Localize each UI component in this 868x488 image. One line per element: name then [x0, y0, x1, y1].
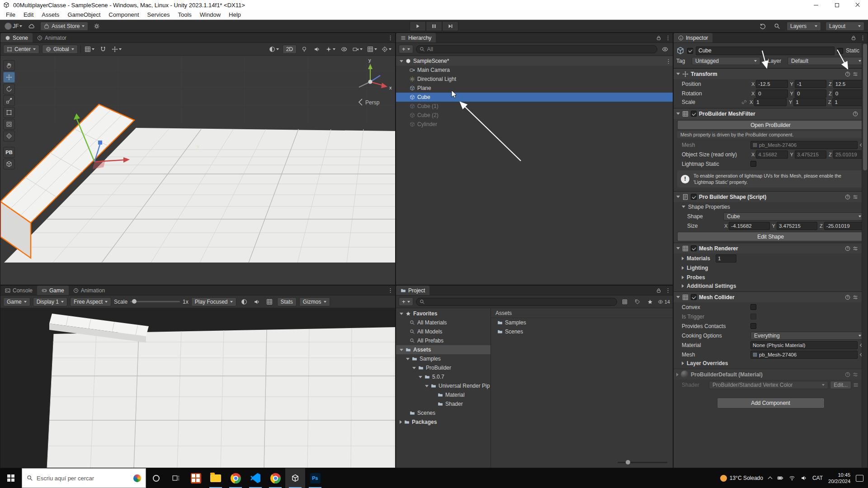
- grid-snapping-dropdown[interactable]: [84, 45, 95, 54]
- provides-contacts-checkbox[interactable]: [750, 323, 756, 329]
- foldout-open-icon[interactable]: [676, 73, 680, 75]
- cortana-button[interactable]: [146, 468, 166, 488]
- search-by-label-icon[interactable]: [632, 297, 642, 306]
- tag-dropdown[interactable]: Untagged: [692, 57, 760, 65]
- tree-material[interactable]: Material: [396, 390, 491, 399]
- mesh-collider-header[interactable]: Mesh Collider: [674, 291, 868, 302]
- grid-visibility-dropdown[interactable]: [366, 45, 378, 54]
- stats-toggle[interactable]: Stats: [277, 297, 297, 306]
- tab-scene[interactable]: Scene: [0, 33, 33, 42]
- tab-inspector[interactable]: Inspector: [674, 33, 712, 42]
- help-icon[interactable]: [845, 295, 850, 300]
- shader-dropdown[interactable]: ProBuilder/Standard Vertex Color: [709, 381, 828, 389]
- chrome-button[interactable]: [226, 468, 245, 488]
- menu-help[interactable]: Help: [225, 10, 245, 20]
- foldout-open-icon[interactable]: [400, 60, 403, 62]
- tree-packages[interactable]: Packages: [396, 418, 491, 427]
- favorite-all-materials[interactable]: All Materials: [396, 318, 491, 327]
- scene-visibility-toggle[interactable]: [339, 45, 349, 54]
- vscode-button[interactable]: [245, 468, 265, 488]
- project-search[interactable]: [416, 298, 617, 306]
- probuilder-button[interactable]: PB: [3, 147, 15, 158]
- tab-animator[interactable]: Animator: [33, 33, 71, 42]
- mesh-object-field[interactable]: pb_Mesh-27406: [750, 141, 858, 149]
- shape-dropdown[interactable]: Cube: [723, 212, 865, 221]
- close-button[interactable]: [847, 0, 868, 10]
- rotate-tool-button[interactable]: [3, 84, 15, 94]
- tree-probuilder[interactable]: ProBuilder: [396, 363, 491, 372]
- preset-icon[interactable]: [853, 71, 858, 77]
- draw-mode-dropdown[interactable]: [268, 45, 280, 54]
- taskbar-search-input[interactable]: [37, 475, 130, 482]
- rect-tool-button[interactable]: [3, 107, 15, 118]
- list-icon[interactable]: [853, 382, 859, 388]
- hidden-packages-count[interactable]: 14: [658, 299, 670, 305]
- materials-count-field[interactable]: 1: [716, 254, 736, 263]
- game-viewport[interactable]: [0, 308, 395, 468]
- unity-taskbar-button[interactable]: [285, 468, 305, 488]
- camera-settings-dropdown[interactable]: [352, 45, 363, 54]
- scene-viewport[interactable]: y x Persp PB: [0, 56, 395, 285]
- search-highlights-icon[interactable]: [133, 474, 141, 482]
- project-search-input[interactable]: [427, 299, 613, 305]
- scene-audio-toggle[interactable]: [312, 45, 322, 54]
- tool-handle-position-dropdown[interactable]: Center: [3, 45, 39, 54]
- menu-gameobject[interactable]: GameObject: [63, 10, 104, 20]
- custom-tool-button[interactable]: [3, 131, 15, 141]
- tree-version[interactable]: 5.0.7: [396, 372, 491, 381]
- scale-x-field[interactable]: 1: [754, 98, 787, 106]
- 2d-toggle[interactable]: 2D: [283, 45, 297, 54]
- display-dropdown[interactable]: Display 1: [33, 297, 67, 306]
- menu-assets[interactable]: Assets: [38, 10, 63, 20]
- frame-capture-icon[interactable]: [239, 297, 249, 306]
- menu-window[interactable]: Window: [196, 10, 225, 20]
- tab-animation[interactable]: Animation: [69, 286, 109, 295]
- battery-icon[interactable]: [777, 475, 783, 481]
- gameobject-name-field[interactable]: [696, 47, 835, 55]
- open-probuilder-button[interactable]: Open ProBuilder: [677, 120, 864, 130]
- taskbar-search[interactable]: [22, 468, 146, 488]
- inspector-menu-kebab-icon[interactable]: [860, 34, 864, 41]
- tree-shader[interactable]: Shader: [396, 399, 491, 408]
- game-view-dropdown[interactable]: Game: [3, 297, 30, 306]
- move-tool-button[interactable]: [3, 72, 15, 83]
- snap-increment-dropdown[interactable]: [111, 45, 123, 54]
- hierarchy-item-directional-light[interactable]: Directional Light: [396, 75, 673, 84]
- preset-icon[interactable]: [853, 246, 858, 251]
- probuilder-shape-header[interactable]: Pro Builder Shape (Script): [674, 191, 868, 202]
- rotation-z-field[interactable]: 0: [833, 89, 865, 98]
- shape-size-z-field[interactable]: -25.01019: [824, 222, 865, 230]
- layers-dropdown[interactable]: Layers: [787, 22, 821, 31]
- help-icon[interactable]: [845, 246, 850, 251]
- position-x-field[interactable]: -12.5: [756, 80, 788, 88]
- network-icon[interactable]: [789, 475, 795, 481]
- start-button[interactable]: [0, 468, 22, 488]
- view-tool-button[interactable]: [3, 60, 15, 71]
- component-enabled-checkbox[interactable]: [691, 294, 697, 300]
- favorite-all-models[interactable]: All Models: [396, 327, 491, 336]
- tab-game[interactable]: Game: [37, 286, 69, 295]
- undo-history-button[interactable]: [758, 22, 768, 31]
- layer-overrides-foldout[interactable]: Layer Overrides: [674, 359, 868, 369]
- snap-toggle[interactable]: [98, 45, 108, 54]
- inspector-scrollbar-thumb[interactable]: [863, 44, 867, 170]
- scene-visibility-icon[interactable]: [660, 45, 670, 54]
- hierarchy-menu-kebab-icon[interactable]: [665, 34, 670, 41]
- scale-tool-button[interactable]: [3, 95, 15, 106]
- scale-slider[interactable]: [130, 301, 180, 302]
- hierarchy-item-cube-1[interactable]: Cube (1): [396, 102, 673, 111]
- probuilder-shape-tool-button[interactable]: [3, 159, 15, 169]
- save-search-icon[interactable]: [645, 297, 655, 306]
- menu-services[interactable]: Services: [143, 10, 174, 20]
- inspector-scrollbar[interactable]: [862, 43, 868, 468]
- aspect-dropdown[interactable]: Free Aspect: [70, 297, 111, 306]
- scene-row[interactable]: SampleScene*: [396, 56, 673, 66]
- tab-console[interactable]: Console: [0, 286, 37, 295]
- project-menu-kebab-icon[interactable]: [665, 287, 670, 294]
- transform-tool-button[interactable]: [3, 119, 15, 130]
- static-checkbox[interactable]: [837, 48, 843, 54]
- edit-shape-button[interactable]: Edit Shape: [677, 232, 864, 241]
- account-dropdown[interactable]: JF: [4, 22, 23, 31]
- tab-project[interactable]: Project: [396, 286, 429, 295]
- pause-button[interactable]: [426, 21, 442, 31]
